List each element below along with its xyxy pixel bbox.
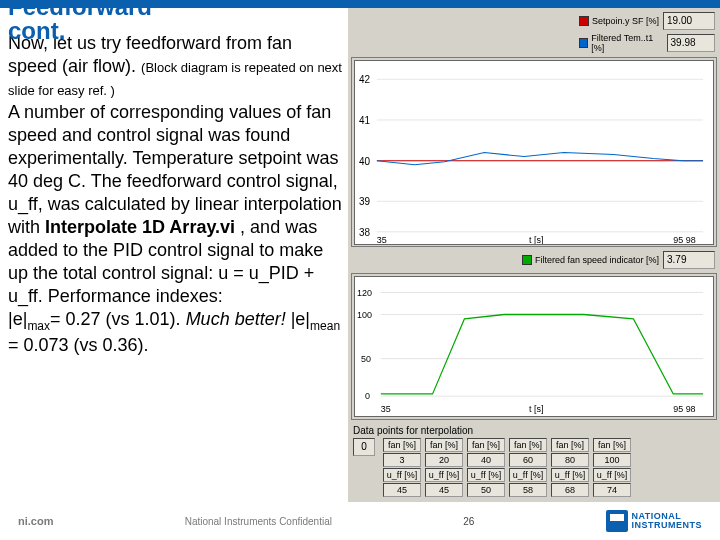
col-uff-val[interactable]: 68 (551, 483, 589, 497)
col-uff-val[interactable]: 58 (509, 483, 547, 497)
perf2-sub: mean (310, 319, 340, 333)
col-hdr: fan [%] (383, 438, 421, 452)
legend-value[interactable]: 3.79 (663, 251, 715, 269)
col-lab: u_ff [%] (509, 468, 547, 482)
legend-label: Filtered Tem..t1 [%] (591, 33, 662, 53)
svg-text:42: 42 (359, 74, 370, 85)
interp-col: fan [%]20u_ff [%]45 (425, 438, 463, 497)
svg-text:t [s]: t [s] (529, 235, 543, 244)
col-uff-val[interactable]: 50 (467, 483, 505, 497)
col-hdr: fan [%] (425, 438, 463, 452)
slide-title: Feedforward cont. (8, 0, 152, 41)
legend-value[interactable]: 19.00 (663, 12, 715, 30)
interp-col: fan [%]40u_ff [%]50 (467, 438, 505, 497)
col-hdr: fan [%] (551, 438, 589, 452)
interp-col: fan [%]80u_ff [%]68 (551, 438, 589, 497)
left-column: Feedforward cont. Now, let us try feedfo… (0, 8, 348, 502)
svg-text:41: 41 (359, 115, 370, 126)
legend-value[interactable]: 39.98 (667, 34, 715, 52)
perf2-a: |e| (291, 309, 310, 329)
temperature-chart: 4241 4039 38 3595 98 t [s] (351, 57, 717, 247)
svg-text:0: 0 (365, 390, 370, 402)
para2-b: Interpolate 1D Array.vi (45, 217, 235, 237)
perf2-b: = 0.073 (vs 0.36). (8, 335, 149, 355)
svg-text:35: 35 (377, 235, 387, 244)
col-fan-val[interactable]: 40 (467, 453, 505, 467)
col-hdr: fan [%] (467, 438, 505, 452)
svg-text:40: 40 (359, 156, 370, 167)
col-fan-val[interactable]: 60 (509, 453, 547, 467)
svg-text:95 98: 95 98 (673, 235, 695, 244)
swatch-icon (522, 255, 532, 265)
svg-text:39: 39 (359, 196, 370, 207)
title-line-2: cont. (8, 20, 152, 42)
chart1-legend: Setpoin.y SF [%] 19.00 Filtered Tem..t1 … (577, 11, 717, 54)
interp-title: Data points for nterpolation (353, 425, 715, 436)
legend-label: Setpoin.y SF [%] (592, 16, 659, 26)
svg-text:100: 100 (357, 308, 372, 320)
footer-left: ni.com (18, 515, 53, 527)
page: Feedforward cont. Now, let us try feedfo… (0, 8, 720, 502)
perf1-b: = 0.27 (vs 1.01). (50, 309, 186, 329)
body-text: Now, let us try feedforward from fan spe… (8, 32, 342, 357)
svg-text:50: 50 (361, 352, 371, 364)
col-lab: u_ff [%] (551, 468, 589, 482)
col-uff-val[interactable]: 45 (383, 483, 421, 497)
interp-grid: 0 fan [%]3u_ff [%]45fan [%]20u_ff [%]45f… (353, 438, 715, 497)
svg-text:95 98: 95 98 (673, 402, 695, 414)
svg-text:t [s]: t [s] (529, 402, 543, 414)
swatch-icon (579, 38, 588, 48)
footer: ni.com National Instruments Confidential… (0, 502, 720, 540)
legend-item: Setpoin.y SF [%] 19.00 (577, 11, 717, 31)
perf1-a: |e| (8, 309, 27, 329)
interp-col: fan [%]60u_ff [%]58 (509, 438, 547, 497)
col-lab: u_ff [%] (383, 468, 421, 482)
col-hdr: fan [%] (509, 438, 547, 452)
col-fan-val[interactable]: 80 (551, 453, 589, 467)
col-hdr: fan [%] (593, 438, 631, 452)
svg-text:35: 35 (381, 402, 391, 414)
perf1-c: Much better! (186, 309, 286, 329)
legend-item: Filtered Tem..t1 [%] 39.98 (577, 32, 717, 54)
legend-label: Filtered fan speed indicator [%] (535, 255, 659, 265)
footer-confidential: National Instruments Confidential (185, 516, 332, 527)
perf1-sub: max (27, 319, 50, 333)
interp-col: fan [%]100u_ff [%]74 (593, 438, 631, 497)
chart-svg: 4241 4039 38 3595 98 t [s] (355, 61, 713, 244)
chart1-legend-row: Setpoin.y SF [%] 19.00 Filtered Tem..t1 … (351, 11, 717, 54)
col-lab: u_ff [%] (467, 468, 505, 482)
chart2-legend-row: Filtered fan speed indicator [%] 3.79 (351, 250, 717, 270)
col-lab: u_ff [%] (593, 468, 631, 482)
plot-area[interactable]: 120100 500 3595 98 t [s] (354, 276, 714, 417)
swatch-icon (579, 16, 589, 26)
plot-area[interactable]: 4241 4039 38 3595 98 t [s] (354, 60, 714, 245)
interpolation-table: Data points for nterpolation 0 fan [%]3u… (351, 423, 717, 499)
ni-mark-icon (606, 510, 628, 532)
fanspeed-chart: 120100 500 3595 98 t [s] (351, 273, 717, 420)
legend-item: Filtered fan speed indicator [%] 3.79 (520, 250, 717, 270)
col-fan-val[interactable]: 3 (383, 453, 421, 467)
right-column: Setpoin.y SF [%] 19.00 Filtered Tem..t1 … (348, 8, 720, 502)
svg-text:120: 120 (357, 286, 372, 298)
col-fan-val[interactable]: 20 (425, 453, 463, 467)
page-number: 26 (463, 516, 474, 527)
col-uff-val[interactable]: 45 (425, 483, 463, 497)
svg-text:38: 38 (359, 227, 370, 238)
col-fan-val[interactable]: 100 (593, 453, 631, 467)
index-cell[interactable]: 0 (353, 438, 375, 456)
col-uff-val[interactable]: 74 (593, 483, 631, 497)
col-lab: u_ff [%] (425, 468, 463, 482)
brand-2: INSTRUMENTS (632, 521, 703, 530)
interp-col: fan [%]3u_ff [%]45 (383, 438, 421, 497)
ni-logo: NATIONAL INSTRUMENTS (606, 510, 703, 532)
chart-svg: 120100 500 3595 98 t [s] (355, 277, 713, 416)
